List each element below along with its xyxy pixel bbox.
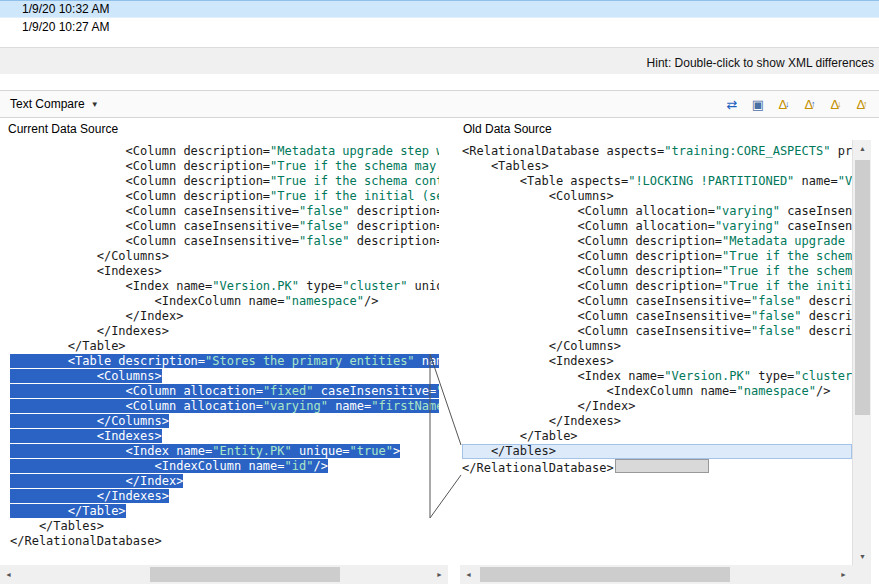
code-line[interactable]: <Indexes>: [462, 354, 852, 369]
code-line[interactable]: <Column description="True if the schema …: [10, 159, 439, 174]
code-line[interactable]: <Table description="Stores the primary e…: [10, 354, 439, 369]
vertical-scrollbar-thumb[interactable]: [855, 160, 870, 415]
vertical-scrollbar[interactable]: ▲ ▼: [852, 140, 871, 565]
swap-left-right-icon: ⇄: [727, 97, 738, 112]
code-line[interactable]: </Columns>: [462, 339, 852, 354]
code-line[interactable]: <Column allocation="varying" name="first…: [10, 399, 439, 414]
code-line[interactable]: <Column allocation="varying" caseInsensi…: [462, 204, 852, 219]
code-line[interactable]: </Table>: [10, 504, 439, 519]
code-line[interactable]: <Column caseInsensitive="false" descript…: [10, 204, 439, 219]
compare-nav-icons: ⇄▣Δ↓Δ↑Δ↓Δ↑: [723, 94, 873, 114]
code-line[interactable]: </Indexes>: [10, 324, 439, 339]
hint-bar: Hint: Double-click to show XML differenc…: [0, 47, 879, 74]
code-line[interactable]: <Columns>: [10, 369, 439, 384]
code-line[interactable]: <Columns>: [462, 189, 852, 204]
code-line[interactable]: <IndexColumn name="namespace"/>: [462, 384, 852, 399]
code-line[interactable]: <Table aspects="!LOCKING !PARTITIONED" n…: [462, 174, 852, 189]
code-line[interactable]: <Column caseInsensitive="false" descript…: [462, 324, 852, 339]
code-line[interactable]: <RelationalDatabase aspects="training:CO…: [462, 144, 852, 159]
scroll-left-icon[interactable]: ◄: [0, 565, 17, 584]
swap-left-right-icon[interactable]: ⇄: [723, 94, 741, 114]
code-line[interactable]: <Index name="Version.PK" type="cluster" …: [10, 279, 439, 294]
code-line[interactable]: </RelationalDatabase>: [10, 534, 439, 549]
code-line[interactable]: <Column caseInsensitive="false" descript…: [462, 294, 852, 309]
code-line[interactable]: <Column allocation="varying" caseInsensi…: [462, 219, 852, 234]
previous-change-icon-arrow: ↑: [863, 99, 868, 109]
scroll-left-icon[interactable]: ◄: [460, 565, 477, 584]
code-line[interactable]: <Column description="True if the schema …: [462, 249, 852, 264]
code-line[interactable]: <Column description="True if the schema …: [462, 264, 852, 279]
previous-difference-icon[interactable]: Δ↑: [801, 94, 819, 114]
code-line[interactable]: <IndexColumn name="id"/>: [10, 459, 439, 474]
empty-diff-marker: [615, 459, 709, 473]
hint-text: Hint: Double-click to show XML differenc…: [647, 56, 874, 70]
scroll-right-icon[interactable]: ►: [835, 565, 852, 584]
chevron-down-icon: ▼: [91, 100, 99, 109]
code-line[interactable]: </Table>: [462, 429, 852, 444]
history-timestamp: 1/9/20 10:32 AM: [22, 2, 109, 16]
text-compare-dropdown[interactable]: Text Compare ▼: [6, 97, 99, 111]
code-line[interactable]: </Columns>: [10, 414, 439, 429]
right-horizontal-scrollbar-thumb[interactable]: [480, 567, 730, 582]
code-line[interactable]: <Column allocation="fixed" caseInsensiti…: [10, 384, 439, 399]
code-line[interactable]: <Column description="Metadata upgrade st…: [462, 234, 852, 249]
code-line[interactable]: <Column description="True if the initial…: [462, 279, 852, 294]
left-pane-title: Current Data Source: [8, 118, 118, 140]
left-horizontal-scrollbar-thumb[interactable]: [150, 567, 340, 582]
code-line[interactable]: <Indexes>: [10, 429, 439, 444]
current-data-source-pane[interactable]: <Column description="Metadata upgrade st…: [8, 140, 439, 565]
right-pane-title: Old Data Source: [463, 118, 552, 140]
code-line[interactable]: </Indexes>: [462, 414, 852, 429]
next-change-icon-arrow: ↓: [837, 99, 842, 109]
scroll-down-icon[interactable]: ▼: [853, 548, 872, 565]
code-line[interactable]: <Index name="Version.PK" type="cluster" …: [462, 369, 852, 384]
code-line[interactable]: </Index>: [462, 399, 852, 414]
code-line[interactable]: <Index name="Entity.PK" unique="true">: [10, 444, 439, 459]
code-line[interactable]: <Column description="Metadata upgrade st…: [10, 144, 439, 159]
code-line[interactable]: <Column description="True if the schema …: [10, 174, 439, 189]
code-line[interactable]: </Table>: [10, 339, 439, 354]
old-data-source-pane[interactable]: <RelationalDatabase aspects="training:CO…: [460, 140, 852, 565]
code-line[interactable]: <Column description="True if the initial…: [10, 189, 439, 204]
scroll-up-icon[interactable]: ▲: [853, 140, 872, 157]
history-timestamp: 1/9/20 10:27 AM: [22, 20, 109, 34]
code-line[interactable]: </Indexes>: [10, 489, 439, 504]
code-line[interactable]: <Column caseInsensitive="false" descript…: [462, 309, 852, 324]
right-horizontal-scrollbar[interactable]: ◄ ►: [460, 565, 852, 584]
text-compare-toolbar: Text Compare ▼ ⇄▣Δ↓Δ↑Δ↓Δ↑: [0, 90, 879, 118]
scroll-right-icon[interactable]: ►: [431, 565, 448, 584]
code-line[interactable]: </Tables>: [462, 444, 852, 459]
copy-current-change-icon: ▣: [752, 97, 764, 112]
text-compare-title: Text Compare: [10, 97, 85, 111]
compare-editor-window: 1/9/20 10:32 AM1/9/20 10:27 AM Hint: Dou…: [0, 0, 879, 584]
code-line[interactable]: </Columns>: [10, 249, 439, 264]
code-line[interactable]: </RelationalDatabase>: [462, 459, 852, 474]
left-horizontal-scrollbar[interactable]: ◄ ►: [0, 565, 448, 584]
code-line[interactable]: </Index>: [10, 309, 439, 324]
code-line[interactable]: </Index>: [10, 474, 439, 489]
copy-current-change-icon[interactable]: ▣: [749, 94, 767, 114]
code-line[interactable]: <Tables>: [462, 159, 852, 174]
code-line[interactable]: </Tables>: [10, 519, 439, 534]
previous-change-icon[interactable]: Δ↑: [853, 94, 871, 114]
history-row[interactable]: 1/9/20 10:32 AM: [0, 0, 879, 18]
next-change-icon[interactable]: Δ↓: [827, 94, 845, 114]
scrollbar-corner: [852, 565, 871, 584]
code-line[interactable]: <Column caseInsensitive="false" descript…: [10, 219, 439, 234]
code-line[interactable]: <Column caseInsensitive="false" descript…: [10, 234, 439, 249]
next-difference-icon-arrow: ↓: [785, 99, 790, 109]
previous-difference-icon-arrow: ↑: [811, 99, 816, 109]
code-line[interactable]: <Indexes>: [10, 264, 439, 279]
next-difference-icon[interactable]: Δ↓: [775, 94, 793, 114]
history-row[interactable]: 1/9/20 10:27 AM: [0, 18, 879, 36]
code-line[interactable]: <IndexColumn name="namespace"/>: [10, 294, 439, 309]
